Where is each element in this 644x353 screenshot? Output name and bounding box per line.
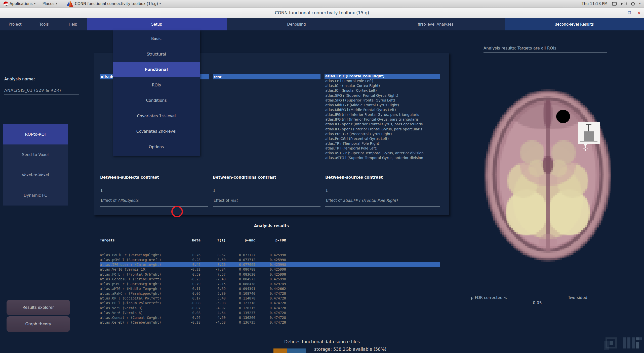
table-row[interactable]: atlas.Ver10 (Vermis 10)-0.32-7.840.08078…: [100, 267, 440, 272]
window-app-menu[interactable]: CONN functional connectivity toolbox (15…: [61, 0, 164, 7]
list-item[interactable]: atlas.IFG oper l (Inferior Frontal Gyrus…: [325, 127, 440, 132]
results-title: Analysis results: [94, 224, 449, 228]
menu-help[interactable]: Help: [62, 18, 84, 30]
table-row[interactable]: atlas.aMTG r (Middle Temp*ght)0.116.690.…: [100, 286, 440, 291]
table-row[interactable]: atlas.OP l (Occipital Pol*eft)0.175.480.…: [100, 296, 440, 301]
table-row[interactable]: atlas.Ver9 (Vermis 9)-0.07-4.970.1263150…: [100, 306, 440, 311]
table-row[interactable]: atlas.Cereb10 l (Cerebelu*eft)-0.23-7.48…: [100, 277, 440, 282]
setup-menu-item-functional[interactable]: Functional: [113, 62, 200, 77]
table-row[interactable]: atlas.PP l (Planum Polare*eft)-0.08-5.08…: [100, 301, 440, 306]
analysis-name-label: Analysis name:: [4, 77, 35, 81]
app-menu-label: CONN functional connectivity toolbox (15…: [75, 2, 158, 6]
volume-icon[interactable]: [621, 2, 627, 5]
table-cell: 0.425998: [255, 267, 286, 272]
list-item[interactable]: atlas.SFG r (Superior Frontal Gyrus Righ…: [325, 93, 440, 98]
sidebar-item-seed-to-voxel[interactable]: Seed-to-Voxel: [3, 144, 68, 165]
table-cell: 0.425998: [255, 277, 286, 282]
list-item[interactable]: atlas.TP r (Temporal Pole Right): [325, 141, 440, 146]
table-row[interactable]: atlas.pSMG r (Supramargin*ght)0.797.150.…: [100, 282, 440, 286]
list-item[interactable]: atlas.TP l (Temporal Pole Left): [325, 146, 440, 151]
table-row[interactable]: atlas.Cereb7 r (Cerebelum*ght)-0.28-4.58…: [100, 320, 440, 325]
table-row[interactable]: atlas.pSMG l (Supramargin*eft)0.288.600.…: [100, 258, 440, 262]
applications-menu[interactable]: Applications ▾: [0, 0, 39, 7]
window-title-bar: CONN functional connectivity toolbox (15…: [0, 8, 644, 18]
list-item[interactable]: atlas.IFG oper r (Inferior Frontal Gyrus…: [325, 122, 440, 127]
list-item[interactable]: atlas.aSTG r (Superior Temporal Gyrus, a…: [325, 151, 440, 156]
table-cell: atlas.pSMG r (Supramargin*ght): [100, 282, 181, 286]
list-item[interactable]: atlas.MidFG l (Middle Frontal Gyrus Left…: [325, 108, 440, 112]
table-cell: atlas.Cereb10 l (Cerebelu*eft): [100, 277, 181, 282]
conditions-effect-field[interactable]: Effect of rest: [213, 197, 320, 207]
table-cell: 4.60: [200, 315, 226, 320]
analysis-name-field[interactable]: ANALYSIS_01 (S2V & R2R): [4, 88, 79, 94]
table-cell: 0.088478: [226, 282, 255, 286]
menu-project[interactable]: Project: [4, 18, 27, 30]
sided-select[interactable]: Two-sided: [568, 295, 619, 302]
setup-menu-item-covariates-2nd-level[interactable]: Covariates 2nd-level: [113, 124, 200, 139]
setup-menu-item-covariates-1st-level[interactable]: Covariates 1st-level: [113, 109, 200, 124]
sidebar-item-voxel-to-voxel[interactable]: Voxel-to-Voxel: [3, 165, 68, 185]
sidebar-item-roi-to-roi[interactable]: ROI-to-ROI: [3, 124, 68, 144]
table-cell: 0.79: [181, 282, 200, 286]
between-sources-contrast-value[interactable]: 1: [325, 188, 328, 193]
between-subjects-contrast-value[interactable]: 1: [100, 188, 103, 193]
table-cell: 0.083630: [226, 272, 255, 277]
setup-menu-item-rois[interactable]: ROIs: [113, 78, 200, 93]
baseline-icon: [580, 141, 597, 141]
subjects-effect-field[interactable]: Effect of AllSubjects: [100, 197, 208, 207]
setup-menu-item-basic[interactable]: Basic: [113, 31, 200, 46]
table-row[interactable]: atlas.PaCiG r (Paracingul*ght)0.768.670.…: [100, 253, 440, 258]
threshold-type-select[interactable]: p-FDR corrected <: [471, 295, 529, 302]
list-item[interactable]: atlas.FP l (Frontal Pole Left): [325, 79, 440, 83]
storage-label: storage: 538.2Gb available (58%): [314, 347, 386, 352]
maximize-button[interactable]: ❐: [626, 10, 633, 16]
tray-chevron-icon[interactable]: ▾: [639, 2, 640, 5]
table-cell: 0.474728: [255, 301, 286, 306]
table-cell: 0.429749: [255, 282, 286, 286]
tab-denoising[interactable]: Denoising: [227, 18, 366, 30]
table-row[interactable]: atlas.Cuneal r (Cuneal Co*ght)0.264.600.…: [100, 315, 440, 320]
menu-tools[interactable]: Tools: [33, 18, 55, 30]
list-item[interactable]: atlas.IC l (Insular Cortex Left): [325, 88, 440, 93]
tab-setup[interactable]: Setup: [87, 18, 227, 30]
table-cell: -0.08: [181, 301, 200, 306]
list-item[interactable]: atlas.SFG l (Superior Frontal Gyrus Left…: [325, 98, 440, 103]
conditions-selected-item[interactable]: rest: [213, 74, 320, 79]
sources-effect-field[interactable]: Effect of atlas.FP r (Frontal Pole Right…: [325, 197, 440, 207]
graph-theory-button[interactable]: Graph theory: [7, 316, 70, 332]
list-item[interactable]: atlas.IFG tri r (Inferior Frontal Gyrus,…: [325, 112, 440, 117]
setup-menu-item-structural[interactable]: Structural: [113, 47, 200, 62]
close-button[interactable]: ×: [636, 10, 642, 16]
table-cell: 0.425998: [255, 258, 286, 262]
brain-axial-view[interactable]: [483, 87, 613, 264]
table-row[interactable]: atlas.aPaHC r (Parahippoc*ght)0.065.800.…: [100, 291, 440, 296]
tab-second-level-results[interactable]: second-level Results: [505, 18, 644, 30]
table-row[interactable]: atlas.Ver6 (Vermis 6)0.084.640.1352370.4…: [100, 311, 440, 315]
list-item[interactable]: atlas.PreCG l (Precentral Gyrus Left): [325, 136, 440, 141]
list-item[interactable]: atlas.aSTG l (Superior Temporal Gyrus, a…: [325, 156, 440, 160]
list-item[interactable]: atlas.MidFG r (Middle Frontal Gyrus Righ…: [325, 103, 440, 108]
table-cell: 0.080788: [226, 267, 255, 272]
table-cell: 0.08: [181, 311, 200, 315]
list-item[interactable]: atlas.IC r (Insular Cortex Right): [325, 83, 440, 88]
col-targets: Targets: [100, 238, 181, 243]
display-settings-icon[interactable]: [612, 2, 617, 6]
table-cell: atlas.aPaHC r (Parahippoc*ght): [100, 291, 181, 296]
table-cell: -0.23: [181, 277, 200, 282]
list-item[interactable]: atlas.FP r (Frontal Pole Right): [325, 74, 440, 79]
tab-first-level-analyses[interactable]: first-level Analyses: [366, 18, 505, 30]
table-cell: 5.48: [200, 296, 226, 301]
power-icon[interactable]: [631, 2, 635, 6]
setup-menu-item-conditions[interactable]: Conditions: [113, 93, 200, 108]
table-row[interactable]: atlas.IFG oper r (Inferio*ght)0.468.160.…: [100, 262, 440, 267]
list-item[interactable]: atlas.PreCG r (Precentral Gyrus Right): [325, 132, 440, 136]
minimize-button[interactable]: –: [616, 10, 622, 16]
sidebar-item-dynamic-fc[interactable]: Dynamic FC: [3, 185, 68, 206]
between-conditions-contrast-value[interactable]: 1: [213, 188, 216, 193]
results-explorer-button[interactable]: Results explorer: [7, 300, 70, 315]
table-row[interactable]: atlas.FOrb r (Frontal Orb*ght)0.597.570.…: [100, 272, 440, 277]
places-menu[interactable]: Places ▾: [39, 0, 61, 7]
list-item[interactable]: atlas.IFG tri l (Inferior Frontal Gyrus,…: [325, 117, 440, 122]
threshold-value-field[interactable]: 0.05: [533, 300, 542, 305]
setup-menu-item-options[interactable]: Options: [113, 139, 200, 155]
